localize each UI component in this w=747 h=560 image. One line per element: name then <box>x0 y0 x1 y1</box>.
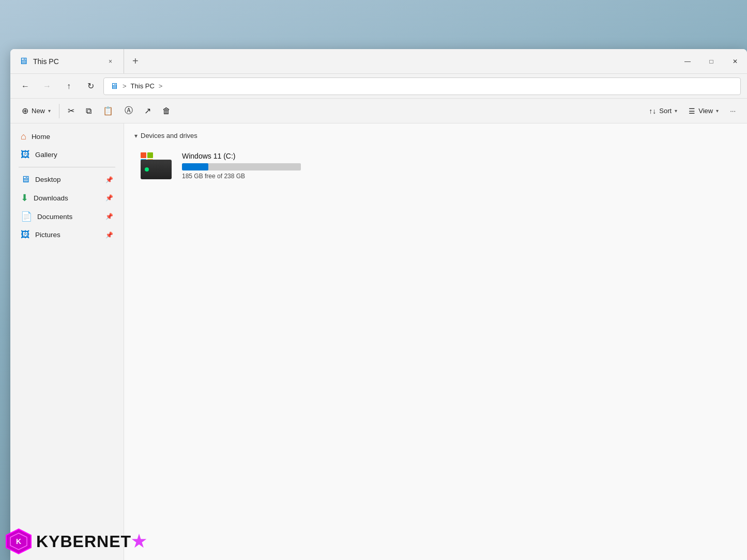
home-icon: ⌂ <box>21 131 26 142</box>
new-chevron: ▾ <box>48 108 51 114</box>
back-icon: ← <box>21 82 29 91</box>
more-button[interactable]: ··· <box>725 104 741 118</box>
delete-button[interactable]: 🗑 <box>157 103 176 119</box>
desktop-pin-icon: 📌 <box>105 176 113 183</box>
new-tab-button[interactable]: + <box>124 49 147 73</box>
documents-pin-icon: 📌 <box>105 213 113 220</box>
sort-icon: ↑↓ <box>649 107 656 115</box>
cut-button[interactable]: ✂ <box>63 103 80 119</box>
documents-icon: 📄 <box>21 211 32 222</box>
sidebar-documents-label: Documents <box>37 213 72 221</box>
section-title: Devices and drives <box>141 132 197 139</box>
drive-icon-wrap <box>141 152 174 179</box>
tab-title: This PC <box>33 57 100 66</box>
svg-text:K: K <box>16 537 21 546</box>
active-tab[interactable]: 🖥 This PC × <box>10 49 124 73</box>
rename-button[interactable]: Ⓐ <box>119 102 138 119</box>
view-button[interactable]: ☰ View ▾ <box>683 104 724 118</box>
address-bar[interactable]: 🖥 > This PC > <box>103 77 741 95</box>
sidebar-divider <box>19 167 115 167</box>
paste-button[interactable]: 📋 <box>98 103 118 119</box>
paste-icon: 📋 <box>103 106 113 116</box>
sidebar-desktop-label: Desktop <box>35 176 61 183</box>
address-pc-icon: 🖥 <box>110 82 118 91</box>
section-header: ▾ Devices and drives <box>134 132 737 139</box>
close-button[interactable]: ✕ <box>723 49 747 73</box>
content-area: ⌂ Home 🖼 Gallery 🖥 Desktop 📌 ⬇ Downloads… <box>10 123 747 560</box>
sidebar-item-pictures[interactable]: 🖼 Pictures 📌 <box>12 226 121 244</box>
sidebar-item-downloads[interactable]: ⬇ Downloads 📌 <box>12 189 121 207</box>
new-button[interactable]: ⊕ New ▾ <box>17 103 56 119</box>
plus-icon: ⊕ <box>22 106 28 116</box>
drive-item-c[interactable]: Windows 11 (C:) 185 GB free of 238 GB <box>134 147 310 185</box>
share-button[interactable]: ↗ <box>139 103 156 119</box>
delete-icon: 🗑 <box>162 106 171 116</box>
title-bar: 🖥 This PC × + — □ ✕ <box>10 49 747 74</box>
downloads-pin-icon: 📌 <box>105 194 113 201</box>
toolbar: ⊕ New ▾ ✂ ⧉ 📋 Ⓐ ↗ 🗑 ↑↓ Sort ▾ ☰ <box>10 99 747 123</box>
view-icon: ☰ <box>689 107 695 115</box>
maximize-button[interactable]: □ <box>699 49 723 73</box>
sidebar-gallery-label: Gallery <box>35 151 57 159</box>
toolbar-separator-1 <box>59 104 59 118</box>
watermark-letter-k: K <box>36 532 49 551</box>
kybernet-logo-icon: K <box>5 528 32 555</box>
drive-name: Windows 11 (C:) <box>182 152 304 160</box>
address-sep2: > <box>159 82 163 90</box>
up-button[interactable]: ↑ <box>60 77 78 95</box>
sidebar-item-documents[interactable]: 📄 Documents 📌 <box>12 207 121 226</box>
new-label: New <box>32 107 45 115</box>
pictures-pin-icon: 📌 <box>105 231 113 239</box>
address-sep1: > <box>123 82 127 90</box>
drive-storage-fill <box>182 163 208 170</box>
cut-icon: ✂ <box>68 106 74 116</box>
sidebar-item-home[interactable]: ⌂ Home <box>12 128 121 146</box>
hdd-icon <box>141 160 172 179</box>
desktop-icon: 🖥 <box>21 174 30 185</box>
forward-button[interactable]: → <box>38 77 56 95</box>
hdd-activity-light <box>145 167 149 172</box>
drive-info: Windows 11 (C:) 185 GB free of 238 GB <box>182 152 304 180</box>
sidebar-item-gallery[interactable]: 🖼 Gallery <box>12 146 121 164</box>
share-icon: ↗ <box>144 106 151 116</box>
sort-label: Sort <box>659 107 672 115</box>
main-content: ▾ Devices and drives Windows 11 <box>124 123 747 560</box>
window-controls: — □ ✕ <box>676 49 747 73</box>
view-chevron: ▾ <box>716 108 719 114</box>
tab-close-button[interactable]: × <box>105 57 115 66</box>
minimize-button[interactable]: — <box>676 49 699 73</box>
drive-storage-bar <box>182 163 301 170</box>
sort-chevron: ▾ <box>675 108 677 114</box>
refresh-icon: ↻ <box>87 81 94 91</box>
sort-button[interactable]: ↑↓ Sort ▾ <box>644 104 682 118</box>
sidebar-pictures-label: Pictures <box>35 231 60 239</box>
copy-button[interactable]: ⧉ <box>81 103 97 119</box>
rename-icon: Ⓐ <box>125 105 133 116</box>
title-bar-spacer <box>147 49 676 73</box>
watermark-text: KYBERNET★ <box>36 532 147 551</box>
forward-icon: → <box>43 82 51 91</box>
sidebar-item-desktop[interactable]: 🖥 Desktop 📌 <box>12 170 121 189</box>
up-icon: ↑ <box>67 82 71 91</box>
view-label: View <box>698 107 713 115</box>
pictures-icon: 🖼 <box>21 229 30 240</box>
tab-pc-icon: 🖥 <box>19 56 28 67</box>
watermark: K KYBERNET★ <box>5 528 147 555</box>
copy-icon: ⧉ <box>86 106 92 116</box>
navigation-bar: ← → ↑ ↻ 🖥 > This PC > <box>10 74 747 99</box>
gallery-icon: 🖼 <box>21 149 30 160</box>
sidebar: ⌂ Home 🖼 Gallery 🖥 Desktop 📌 ⬇ Downloads… <box>10 123 124 560</box>
back-button[interactable]: ← <box>17 77 34 95</box>
more-label: ··· <box>730 107 736 115</box>
address-part1: This PC <box>131 82 155 90</box>
section-chevron-icon: ▾ <box>134 132 138 139</box>
explorer-window: 🖥 This PC × + — □ ✕ ← → ↑ ↻ 🖥 > This PC … <box>10 49 747 560</box>
sidebar-home-label: Home <box>32 133 50 141</box>
drive-free-space: 185 GB free of 238 GB <box>182 173 304 180</box>
refresh-button[interactable]: ↻ <box>82 77 99 95</box>
sidebar-downloads-label: Downloads <box>34 194 68 202</box>
downloads-icon: ⬇ <box>21 192 28 204</box>
